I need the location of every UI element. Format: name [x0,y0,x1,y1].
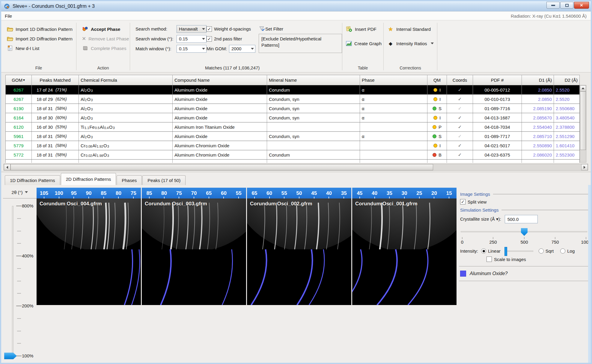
cell-coords: ✓ [447,104,473,113]
chevron-down-icon [202,38,205,40]
diffraction-image[interactable]: Corundum Osci_003.gfrm [142,198,246,305]
diffraction-image[interactable]: Corundum Osci_001.gfrm [352,198,457,305]
column-header-qm[interactable]: QM [427,75,447,85]
scale-to-images-checkbox[interactable]: Scale to images [486,257,589,262]
table-vertical-scrollbar[interactable] [580,85,586,163]
insert-pdf-button[interactable]: Insert PDF [344,25,383,34]
phase-legend-label: Aluminum Oxide? [470,271,507,276]
minimize-button[interactable] [546,2,560,9]
intensity-ratios-button[interactable]: ◆ Intensity Ratios [385,39,437,48]
create-graph-icon [346,41,352,46]
accept-phase-button[interactable]: Accept Phase [80,25,130,34]
ruler-minor-tick [17,243,21,244]
search-method-value: Hanawalt [179,26,198,31]
pattern-filename: Corundum Osci_004.gfrm [40,201,102,207]
intensity-slider-handle[interactable] [504,247,507,256]
cell-compound-name: Aluminum Oxide [173,104,267,113]
cell-d1: 2.085710 [522,132,554,141]
table-row[interactable]: 619018 of 31(58%)Al2O3Aluminum OxideCoru… [6,104,580,113]
search-method-select[interactable]: Hanawalt [177,25,207,33]
diffraction-image[interactable]: Corundum Osci_004.gfrm [37,198,141,305]
set-filter-button[interactable]: Set Filter [259,24,342,34]
horizontal-scroll-thumb[interactable] [10,164,433,170]
table-horizontal-scrollbar[interactable] [4,164,588,171]
table-row[interactable]: 596118 of 31(58%)Al2O3Aluminum OxideCoru… [6,132,580,141]
import-1d-button[interactable]: Import 1D Diffraction Pattern [5,25,76,34]
restore-icon [565,4,569,7]
min-gom-input[interactable]: 2000 [229,45,255,53]
image-settings-header: Image Settings [460,192,490,197]
qm-status-dot-green [433,107,436,110]
scale-tick: 55 [277,188,292,198]
match-window-input[interactable]: 0.15 [177,45,207,53]
zoom-slider-track[interactable] [12,206,13,356]
new-di-list-button[interactable]: New d-I List [5,44,76,53]
phase-legend-item[interactable]: Aluminum Oxide? [460,271,589,277]
cell-mineral-name: Corundum, syn [267,113,360,122]
cell-compound-name: Aluminum Oxide [173,113,267,122]
arrow-right-icon [584,166,585,169]
table-row[interactable]: 626717 of 24(71%)Al2O3Aluminum OxideCoru… [6,85,580,95]
table-row[interactable]: 612016 of 30(53%)Ti1.1Fe0.5Al0.4O3Alumin… [6,122,580,132]
intensity-option-linear[interactable]: Linear [481,248,501,254]
column-header-d1-[interactable]: D1 (Å) [522,75,554,85]
complete-phases-label: Complete Phases [91,46,126,51]
accept-phase-icon [82,27,88,31]
restore-button[interactable] [560,2,573,9]
table-row[interactable]: 616418 of 30(60%)Al2O3Aluminum OxideCoru… [6,113,580,122]
search-window-label: Search window (°): [135,36,177,41]
table-row[interactable]: 577918 of 31(58%)Cr0.08Al1.92O3Aluminum … [6,141,580,150]
cell-empty [6,160,32,163]
scale-tick: 50 [292,188,307,198]
crystallite-size-input[interactable]: 500.0 [505,215,538,223]
column-header-gom[interactable]: GOM ▼ [6,75,32,85]
scroll-left-button[interactable] [4,164,10,170]
close-button[interactable]: × [574,2,589,9]
tab-2d-diffraction-patterns[interactable]: 2D Diffraction Patterns [61,173,116,185]
search-window-input[interactable]: 0.15 [177,35,207,43]
tab-phases[interactable]: Phases [117,175,142,185]
book-icon [82,46,88,51]
split-view-checkbox[interactable]: ✓ Split view [460,199,589,204]
diffraction-image[interactable]: Corundum Osci_002.gfrm [247,198,351,305]
slider-thumb[interactable] [521,228,528,236]
slider-tick [462,237,463,239]
zoom-slider-thumb[interactable] [4,353,17,359]
menu-file[interactable]: File [1,12,16,20]
vertical-scroll-thumb[interactable] [580,91,586,150]
second-pass-filter-checkbox[interactable]: ✓ 2nd pass filter [207,34,259,44]
scroll-up-button[interactable] [580,85,586,91]
column-header-d2-[interactable]: D2 (Å) [554,75,580,85]
table-row[interactable]: 577218 of 31(58%)Cr0.02Al1.98O3Aluminum … [6,150,580,160]
cell-qm: I [427,95,447,104]
column-header-chemical-formula[interactable]: Chemical Formula [79,75,173,85]
column-header-compound-name[interactable]: Compound Name [173,75,267,85]
cell-chemical-formula: Cr0.08Al1.92O3 [79,141,173,150]
tab-1d-diffraction-patterns[interactable]: 1D Diffraction Patterns [5,175,60,185]
complete-phases-button[interactable]: Complete Phases [80,44,130,53]
intensity-option-sqrt[interactable]: Sqrt [539,248,554,254]
column-header-mineral-name[interactable]: Mineral Name [267,75,360,85]
cell-empty [447,160,473,163]
column-header-peaks-matched[interactable]: Peaks Matched [32,75,79,85]
folder-icon [7,27,13,32]
column-header-phase[interactable]: Phase [360,75,427,85]
axis-unit-select[interactable]: 2θ (°) [3,186,37,198]
intensity-slider-track[interactable] [505,251,533,252]
scroll-right-button[interactable] [581,164,588,170]
remove-last-phase-button[interactable]: ✕ Remove Last Phase [80,34,130,43]
weight-d-spacings-checkbox[interactable]: ✓ Weight d-spacings [207,24,259,34]
tab-peaks-17-of-50-[interactable]: Peaks (17 of 50) [142,175,186,185]
crystallite-size-slider[interactable]: 02505007501000 [460,228,588,244]
intensity-option-log[interactable]: Log [560,248,575,254]
cell-peaks-matched: 18 of 31(58%) [32,104,79,113]
cell-compound-name: Aluminum Oxide [173,132,267,141]
slider-tick [524,237,525,239]
column-header-pdf-[interactable]: PDF # [473,75,522,85]
create-graph-button[interactable]: Create Graph [344,39,383,48]
table-row[interactable]: 626718 of 29(62%)Al2O3Aluminum OxideCoru… [6,95,580,104]
group-caption-corrections: Corrections [384,66,437,70]
internal-standard-button[interactable]: ★ Internal Standard [385,25,437,34]
import-2d-button[interactable]: Import 2D Diffraction Pattern [5,34,76,43]
column-header-coords[interactable]: Coords [447,75,473,85]
